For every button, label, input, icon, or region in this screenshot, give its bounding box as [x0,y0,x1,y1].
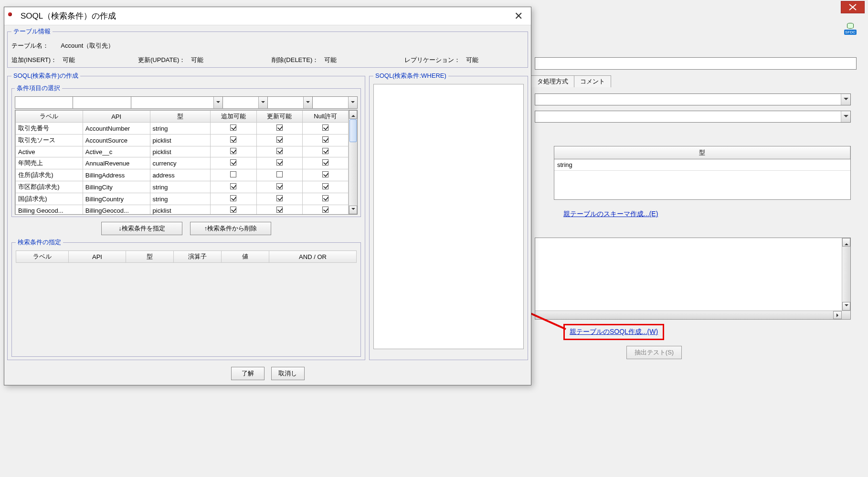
bg-dropdown-2[interactable] [535,111,851,123]
cell-null [302,135,348,146]
table-row[interactable]: Billing Geocod...BillingGeocod...picklis… [16,205,349,215]
filter-nullable[interactable] [313,96,358,109]
field-select-legend: 条件項目の選択 [15,84,62,93]
filter-type[interactable] [131,96,223,109]
scroll-right-icon[interactable] [833,311,842,319]
fields-grid: ラベル API 型 追加可能 更新可能 Null許可 取引先番号AccountN… [15,110,358,215]
ok-button[interactable]: 了解 [231,367,265,380]
sfdc-icon[interactable]: SFDC [843,23,857,35]
table-row[interactable]: 取引先番号AccountNumberstring [16,123,349,135]
th-label[interactable]: ラベル [16,111,83,123]
spec-th-type[interactable]: 型 [126,251,174,263]
table-row[interactable]: 年間売上AnnualRevenuecurrency [16,157,349,169]
extract-test-button[interactable]: 抽出テスト(S) [626,346,682,359]
table-row[interactable]: 市区郡(請求先)BillingCitystring [16,181,349,193]
cell-type: picklist [150,146,211,157]
th-type[interactable]: 型 [150,111,211,123]
checkbox-icon [322,148,328,154]
cell-null [302,205,348,215]
spec-th-label[interactable]: ラベル [16,251,69,263]
val-delete: 可能 [324,56,337,64]
table-row[interactable]: 取引先ソースAccountSourcepicklist [16,135,349,146]
cancel-button[interactable]: 取消し [271,367,305,380]
spec-th-op[interactable]: 演算子 [174,251,222,263]
cell-api: Active__c [83,146,150,157]
cell-null [302,123,348,135]
cell-null [302,169,348,181]
cell-label: Active [16,146,83,157]
soql-where-group: SOQL(検索条件:WHERE) [369,72,528,360]
bg-scrollbar-horizontal[interactable] [535,311,850,319]
close-button[interactable]: ✕ [509,9,528,23]
add-criteria-button[interactable]: ↓検索条件を指定 [101,222,182,235]
scroll-up-icon[interactable] [349,110,357,119]
checkbox-icon [276,159,283,166]
soql-create-group: SOQL(検索条件)の作成 条件項目の選択 [7,72,365,360]
criteria-spec-body[interactable] [16,263,357,353]
table-row[interactable]: ActiveActive__cpicklist [16,146,349,157]
link-parent-schema[interactable]: 親テーブルのスキーマ作成...(E) [563,210,658,218]
lbl-replication: レプリケーション： [404,56,460,64]
tab-data-method[interactable]: タ処理方式 [531,75,574,87]
link-parent-soql[interactable]: 親テーブルのSOQL作成...(W) [570,328,658,335]
cell-add [211,181,256,193]
scroll-up-icon[interactable] [842,238,850,247]
filter-updatable[interactable] [268,96,313,109]
cell-api: BillingGeocod... [83,205,150,215]
chevron-down-icon [841,94,850,105]
scroll-down-icon[interactable] [842,302,850,311]
scroll-down-icon[interactable] [349,206,357,214]
th-add[interactable]: 追加可能 [211,111,256,123]
cell-upd [256,123,302,135]
bg-scrollbar-vertical[interactable] [842,238,850,311]
table-row[interactable]: 住所(請求先)BillingAddressaddress [16,169,349,181]
sfdc-label: SFDC [844,30,857,35]
filter-addable[interactable] [223,96,268,109]
app-icon [7,11,17,21]
val-replication: 可能 [466,56,478,64]
criteria-spec-group: 検索条件の指定 ラベル API 型 演算子 値 AND / OR [11,238,361,357]
tab-comment[interactable]: コメント [574,75,611,87]
cell-upd [256,193,302,205]
spec-th-value[interactable]: 値 [222,251,269,263]
cell-type: string [150,181,211,193]
chevron-down-icon [213,97,222,108]
close-icon: ✕ [514,10,523,22]
filter-api[interactable] [73,96,131,109]
table-info-group: テーブル情報 テーブル名： Account（取引先） 追加(INSERT)： 可… [7,27,528,68]
cell-add [211,123,256,135]
remove-criteria-button[interactable]: ↑検索条件から削除 [190,222,271,235]
cell-label: Billing Geocod... [16,205,83,215]
checkbox-icon [230,148,236,154]
checkbox-icon [322,183,328,189]
scroll-thumb[interactable] [349,119,357,142]
chevron-down-icon [303,97,312,108]
cell-api: AccountNumber [83,123,150,135]
lbl-table-name: テーブル名： [11,42,49,49]
checkbox-icon [230,171,236,177]
th-upd[interactable]: 更新可能 [256,111,302,123]
table-row[interactable]: 国(請求先)BillingCountrystring [16,193,349,205]
parent-close-button[interactable] [841,1,864,13]
checkbox-icon [276,171,283,177]
checkbox-icon [230,159,236,166]
checkbox-icon [276,183,283,189]
cell-add [211,135,256,146]
bg-dropdown-1[interactable] [535,93,851,105]
cell-api: BillingCountry [83,193,150,205]
th-null[interactable]: Null許可 [302,111,348,123]
th-api[interactable]: API [83,111,150,123]
grid-scrollbar[interactable] [349,110,357,214]
bg-textarea[interactable] [535,238,851,320]
cell-label: 年間売上 [16,157,83,169]
filter-label[interactable] [15,96,73,109]
table-info-legend: テーブル情報 [11,27,53,36]
spec-th-api[interactable]: API [69,251,126,263]
bg-schema-table: 型 string [554,146,851,200]
chevron-down-icon [841,111,850,122]
cell-type: picklist [150,205,211,215]
bg-path-input[interactable] [535,57,857,70]
where-textarea[interactable] [373,84,524,349]
soql-where-legend: SOQL(検索条件:WHERE) [373,72,448,80]
spec-th-andor[interactable]: AND / OR [269,251,357,263]
